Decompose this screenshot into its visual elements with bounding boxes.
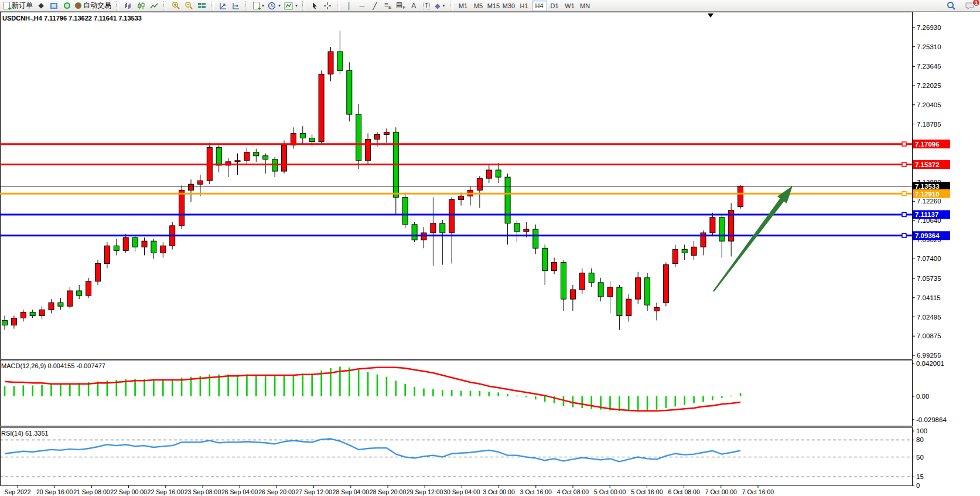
hline-handle[interactable] (902, 212, 906, 216)
search-icon (947, 1, 956, 11)
notifications-button[interactable]: 1 (964, 1, 976, 11)
candle-body (552, 263, 557, 271)
candle-body (449, 199, 455, 233)
search-button[interactable] (945, 1, 958, 11)
vertical-line-icon: │ (347, 2, 351, 10)
price-tick-label: 7.07400 (917, 255, 941, 262)
candle-chart-button[interactable] (135, 1, 148, 11)
candle-body (254, 152, 259, 156)
elliott-wave-icon: ≡E (384, 1, 391, 10)
fibonacci-button[interactable]: ▤F (394, 1, 407, 11)
market-watch-button[interactable] (47, 1, 60, 11)
timeframe-button-W1[interactable]: W1 (562, 1, 578, 11)
bar-chart-icon (124, 2, 132, 10)
candle-body (719, 218, 725, 241)
time-tick-label: 28 Sep 20:00 (370, 488, 407, 495)
rsi-indicator-label: RSI(14) 61.3351 (1, 430, 49, 437)
cursor-button[interactable] (308, 1, 321, 11)
horizontal-line-button[interactable]: ─ (356, 1, 368, 11)
zoom-in-icon (172, 1, 180, 10)
candle-body (496, 170, 501, 177)
candle-body (459, 196, 464, 199)
candle-body (151, 241, 156, 253)
elliott-wave-button[interactable]: ≡E (381, 1, 394, 11)
indicators-button[interactable]: ▾ (282, 1, 299, 11)
zoom-out-button[interactable] (182, 1, 195, 11)
toolbar-separator (163, 1, 166, 11)
candle-body (86, 281, 91, 295)
price-tag-label: 7.09364 (915, 232, 940, 239)
timeframe-button-MN[interactable]: MN (578, 1, 593, 11)
new-chart-icon (253, 2, 259, 9)
candle-body (104, 246, 110, 263)
candle-body (356, 114, 361, 161)
styler-icon: ◆ (38, 2, 43, 9)
period-button[interactable]: ▾ (266, 1, 282, 11)
timeframe-button-M5[interactable]: M5 (471, 1, 486, 11)
candle-body (142, 241, 147, 247)
candle-body (486, 170, 491, 178)
price-tag-label: 7.13533 (915, 183, 940, 190)
candle-body (672, 249, 678, 263)
tile-windows-icon (198, 3, 206, 8)
chart-area[interactable]: USDCNH-,H4 7.11796 7.13622 7.11641 7.135… (0, 12, 980, 496)
hline-handle[interactable] (902, 142, 906, 146)
macd-pane (1, 360, 913, 426)
bar-chart-button[interactable] (122, 1, 135, 11)
price-tick-label: 7.00875 (917, 332, 941, 339)
price-tick-label: 7.02495 (917, 314, 941, 321)
candle-body (161, 246, 166, 253)
hline-handle[interactable] (902, 192, 906, 196)
chart-canvas[interactable]: 7.269307.253107.236457.220257.204057.187… (0, 12, 980, 496)
price-tick-label: 7.20405 (917, 101, 941, 108)
time-tick-label: 5 Oct 16:00 (631, 488, 663, 495)
chevron-down-icon: ▾ (278, 3, 281, 8)
chevron-down-icon: ▾ (443, 3, 445, 8)
styler-button[interactable]: ◆ (35, 1, 47, 11)
step-forward-button[interactable] (230, 1, 243, 11)
crosshair-icon (323, 2, 332, 10)
shapes-icon: ◆ (435, 2, 440, 10)
timeframe-button-H1[interactable]: H1 (517, 1, 532, 11)
hline-handle[interactable] (902, 162, 906, 167)
candle-body (132, 237, 138, 247)
auto-arrange-button[interactable] (217, 1, 230, 11)
crosshair-button[interactable] (321, 1, 334, 11)
rsi-tick-label: 100 (916, 427, 927, 434)
price-axis[interactable]: 7.269307.253107.236457.220257.204057.187… (912, 24, 950, 359)
time-axis[interactable]: Sep 202220 Sep 16:0021 Sep 08:0022 Sep 0… (5, 485, 774, 495)
macd-indicator-label: MACD(12,26,9) 0.004155 -0.007477 (1, 362, 105, 369)
candle-body (561, 263, 566, 300)
vertical-line-button[interactable]: │ (343, 1, 356, 11)
new-chart-button[interactable]: ▾ (251, 1, 266, 11)
time-tick-label: 3 Oct 16:00 (520, 488, 552, 495)
candle-body (402, 197, 408, 224)
toolbar-separator (337, 1, 340, 11)
timeframe-button-H4[interactable]: H4 (532, 1, 547, 11)
time-tick-label: 23 Sep 08:00 (185, 488, 221, 495)
tile-windows-button[interactable] (195, 1, 208, 11)
line-chart-button[interactable] (148, 1, 161, 11)
candle-body (77, 291, 82, 295)
shapes-button[interactable]: ◆▾ (433, 1, 446, 11)
rsi-tick-label: 80 (916, 436, 924, 443)
hline-handle[interactable] (902, 233, 906, 237)
new-order-button[interactable]: 新订单 (2, 1, 35, 11)
timeframe-button-M30[interactable]: M30 (501, 1, 517, 11)
timeframe-button-D1[interactable]: D1 (547, 1, 562, 11)
candle-body (710, 218, 715, 233)
text-label-button[interactable]: T (420, 1, 433, 11)
candle-body (607, 287, 613, 297)
zoom-in-button[interactable] (169, 1, 182, 11)
candle-body (197, 181, 203, 184)
auto-trading-button[interactable]: 自动交易 (73, 1, 113, 11)
timeframe-button-M1[interactable]: M1 (456, 1, 471, 11)
candle-body (123, 237, 128, 250)
timeframe-button-M15[interactable]: M15 (486, 1, 501, 11)
trendline-button[interactable]: ╱ (368, 1, 381, 11)
candle-body (39, 310, 45, 315)
text-button[interactable]: A (407, 1, 420, 11)
candle-body (2, 321, 8, 325)
rsi-tick-label: 50 (916, 454, 924, 461)
signals-button[interactable] (60, 1, 73, 11)
